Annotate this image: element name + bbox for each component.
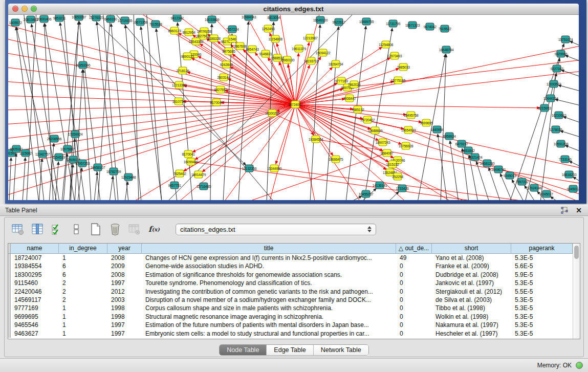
graph-edge[interactable]: [388, 191, 399, 200]
table-row[interactable]: 1456911722003Disruption of a novel membe…: [8, 296, 573, 304]
float-panel-icon[interactable]: [560, 206, 569, 214]
graph-node[interactable]: 7357224: [226, 26, 239, 33]
graph-node[interactable]: 7615522: [438, 25, 451, 32]
graph-node[interactable]: 9412342: [170, 15, 184, 21]
table-row[interactable]: 1938455462009Genome-wide association stu…: [8, 262, 573, 270]
graph-node[interactable]: 16648784: [439, 46, 454, 53]
graph-node[interactable]: 12132356: [242, 165, 257, 172]
graph-node[interactable]: 12342757: [35, 150, 50, 158]
graph-node[interactable]: 8912954: [182, 29, 195, 36]
delete-column-icon[interactable]: [108, 222, 122, 236]
graph-node[interactable]: 8813054: [267, 15, 280, 21]
graph-node[interactable]: 15276023: [89, 15, 104, 21]
graph-node[interactable]: 2718126: [176, 67, 189, 74]
graph-node[interactable]: 15716485: [197, 183, 211, 190]
zoom-window-icon[interactable]: [31, 6, 37, 12]
graph-node[interactable]: 10719155: [118, 17, 133, 24]
graph-node[interactable]: 8958924: [443, 133, 456, 140]
graph-node[interactable]: 12093572: [547, 80, 561, 87]
network-canvas[interactable]: 1405572208134632069140698532111065328715…: [8, 15, 579, 200]
table-row[interactable]: 946554611997Estimation of the future num…: [8, 321, 573, 329]
graph-node[interactable]: 7485033: [397, 63, 410, 71]
graph-edge[interactable]: [550, 196, 558, 200]
graph-node[interactable]: 1810754: [172, 98, 185, 105]
graph-node[interactable]: 17359924: [68, 130, 83, 138]
graph-node[interactable]: 9146821: [259, 50, 272, 57]
graph-edge[interactable]: [295, 67, 333, 104]
graph-node[interactable]: 1405572: [9, 19, 22, 26]
graph-node[interactable]: 20691406: [37, 15, 52, 23]
graph-node[interactable]: 1115682: [19, 149, 32, 157]
graph-edge[interactable]: [8, 81, 295, 104]
window-titlebar[interactable]: citations_edges.txt: [8, 4, 579, 15]
close-panel-icon[interactable]: ✕: [575, 206, 583, 214]
column-header-1[interactable]: in_degree: [59, 244, 107, 253]
graph-node[interactable]: 9922617: [332, 18, 345, 26]
table-selector-dropdown[interactable]: citations_edges.txt: [176, 224, 376, 235]
graph-edge[interactable]: [177, 104, 295, 200]
function-builder-icon[interactable]: f(x): [147, 222, 161, 236]
table-row[interactable]: 969969511998Structural magnetic resonanc…: [8, 313, 573, 321]
graph-node[interactable]: 8170040: [210, 99, 223, 106]
graph-node[interactable]: 11154808: [268, 35, 282, 42]
graph-edge[interactable]: [560, 131, 579, 138]
graph-edge[interactable]: [408, 130, 579, 200]
graph-edge[interactable]: [13, 154, 16, 200]
graph-node[interactable]: 7585132: [351, 106, 364, 113]
graph-node[interactable]: 2867608: [233, 42, 247, 50]
graph-node[interactable]: 9245013: [503, 172, 516, 179]
graph-edge[interactable]: [555, 99, 579, 106]
tab-network-table[interactable]: Network Table: [314, 345, 368, 355]
graph-node[interactable]: 10591208: [554, 140, 569, 147]
graph-node[interactable]: 8960123: [168, 27, 181, 34]
graph-edge[interactable]: [269, 104, 295, 200]
graph-node[interactable]: 1276035: [549, 126, 562, 133]
graph-node[interactable]: 6479197: [455, 140, 468, 147]
select-all-icon[interactable]: [50, 222, 64, 236]
graph-node[interactable]: 16649100: [313, 16, 328, 24]
graph-node[interactable]: 10975887: [60, 145, 75, 152]
graph-node[interactable]: 10756928: [399, 142, 413, 149]
graph-edge[interactable]: [8, 104, 295, 139]
graph-node[interactable]: 16033809: [205, 16, 220, 23]
graph-edge[interactable]: [295, 46, 579, 104]
table-row[interactable]: 911546021997Tourette syndrome. Phenomeno…: [8, 279, 573, 287]
graph-node[interactable]: 12213383: [172, 81, 187, 89]
graph-edge[interactable]: [563, 117, 579, 123]
graph-node[interactable]: 6466160: [104, 15, 117, 23]
graph-node[interactable]: 16671323: [405, 21, 420, 29]
graph-node[interactable]: 16818233: [562, 171, 577, 178]
graph-edge[interactable]: [295, 104, 315, 200]
graph-node[interactable]: 11731795: [386, 20, 401, 27]
graph-edge[interactable]: [94, 172, 97, 200]
table-scrollbar[interactable]: [573, 244, 580, 339]
graph-node[interactable]: 9245012: [567, 185, 579, 192]
graph-node[interactable]: 12444154: [543, 95, 558, 102]
graph-edge[interactable]: [565, 145, 579, 152]
table-row[interactable]: 946362711997Embryonic stem cells: a mode…: [8, 330, 573, 338]
column-header-5[interactable]: short: [432, 244, 511, 253]
column-header-0[interactable]: name: [11, 244, 59, 253]
graph-edge[interactable]: [350, 196, 362, 200]
graph-node[interactable]: 8475685: [222, 48, 235, 55]
graph-edge[interactable]: [295, 104, 579, 195]
graph-edge[interactable]: [295, 104, 404, 129]
graph-edge[interactable]: [16, 27, 39, 200]
column-header-3[interactable]: title: [142, 244, 396, 253]
graph-node[interactable]: 252254: [392, 173, 403, 180]
graph-node[interactable]: 1252493: [262, 25, 275, 32]
graph-node[interactable]: 15094122: [316, 49, 331, 56]
graph-node[interactable]: 18264734: [329, 60, 343, 68]
graph-edge[interactable]: [316, 139, 579, 184]
graph-node[interactable]: 9227343: [550, 65, 563, 72]
graph-node[interactable]: 9245017: [540, 190, 553, 198]
graph-node[interactable]: 18495758: [404, 112, 419, 119]
graph-node[interactable]: 19384554: [309, 136, 323, 143]
graph-node[interactable]: 9451842: [462, 147, 475, 154]
graph-node[interactable]: 16671358: [133, 18, 148, 26]
graph-edge[interactable]: [192, 104, 295, 152]
graph-edge[interactable]: [561, 70, 579, 77]
graph-node[interactable]: 1440954: [430, 126, 444, 133]
graph-node[interactable]: 15775165: [391, 77, 406, 84]
graph-edge[interactable]: [23, 158, 25, 200]
